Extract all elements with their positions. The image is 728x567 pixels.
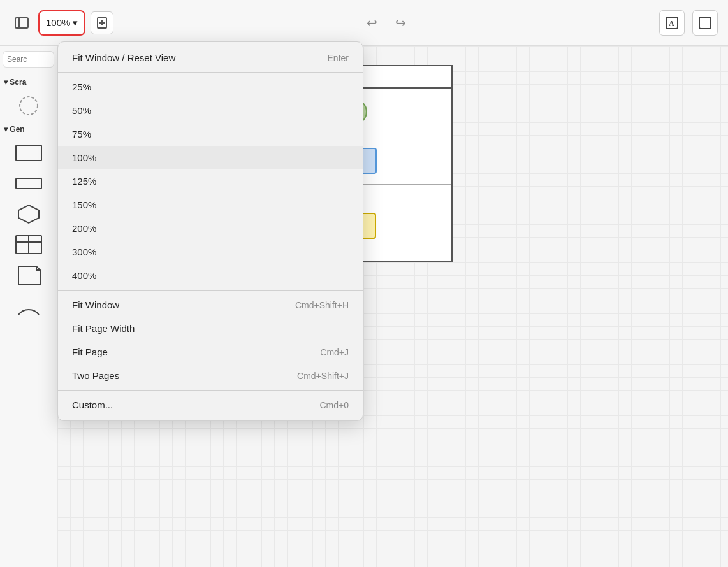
- menu-item-shortcut: Cmd+J: [320, 347, 349, 357]
- sidebar-section-general[interactable]: ▾ Gen: [3, 122, 54, 136]
- zoom-dropdown-menu: Fit Window / Reset View Enter 25% 50% 75…: [57, 41, 363, 421]
- menu-item-fit-page-width[interactable]: Fit Page Width: [58, 317, 363, 340]
- menu-item-two-pages[interactable]: Two Pages Cmd+Shift+J: [58, 364, 363, 387]
- menu-item-25[interactable]: 25%: [58, 75, 363, 99]
- menu-item-label: 75%: [72, 129, 91, 140]
- menu-item-label: Two Pages: [72, 370, 119, 381]
- toolbar: 100% ▾ ↩ ↪ A: [0, 0, 728, 46]
- panel-toggle-button[interactable]: [10, 11, 33, 34]
- svg-rect-7: [699, 17, 711, 29]
- sidebar-shape-document[interactable]: [12, 262, 45, 288]
- add-page-button[interactable]: [91, 11, 113, 34]
- menu-item-custom[interactable]: Custom... Cmd+0: [58, 393, 363, 417]
- menu-divider-0: [58, 72, 363, 73]
- undo-button[interactable]: ↩: [363, 13, 381, 33]
- svg-rect-0: [15, 18, 28, 28]
- menu-item-label: 25%: [72, 82, 91, 92]
- menu-item-75[interactable]: 75%: [58, 122, 363, 146]
- menu-item-400[interactable]: 400%: [58, 264, 363, 287]
- menu-item-label: 100%: [72, 152, 96, 163]
- menu-item-fit-page[interactable]: Fit Page Cmd+J: [58, 340, 363, 364]
- menu-item-shortcut: Cmd+Shift+J: [297, 371, 349, 381]
- menu-item-50[interactable]: 50%: [58, 99, 363, 122]
- sidebar-shape-rectangle-small[interactable]: [12, 171, 45, 196]
- menu-item-label: 300%: [72, 247, 96, 257]
- menu-item-label: 400%: [72, 270, 96, 281]
- menu-item-fit-window[interactable]: Fit Window Cmd+Shift+H: [58, 293, 363, 317]
- svg-marker-11: [18, 205, 39, 223]
- sidebar-section-scratch[interactable]: ▾ Scra: [3, 75, 54, 89]
- zoom-value: 100%: [46, 17, 70, 28]
- menu-item-150[interactable]: 150%: [58, 193, 363, 217]
- svg-rect-9: [16, 145, 41, 161]
- menu-item-label: Fit Window: [72, 299, 119, 310]
- scratch-shape[interactable]: [12, 93, 45, 118]
- toolbar-center: ↩ ↪: [119, 13, 654, 33]
- left-sidebar: ▾ Scra ▾ Gen: [0, 46, 57, 567]
- menu-item-label: 125%: [72, 176, 96, 187]
- toolbar-right: A: [659, 10, 718, 36]
- menu-item-label: 50%: [72, 105, 91, 116]
- svg-text:A: A: [669, 19, 674, 28]
- menu-item-300[interactable]: 300%: [58, 240, 363, 264]
- shape-tool-button[interactable]: [692, 10, 718, 36]
- zoom-dropdown-button[interactable]: 100% ▾: [38, 10, 85, 36]
- svg-point-8: [20, 97, 38, 115]
- menu-item-label: Fit Window / Reset View: [72, 52, 175, 63]
- menu-item-label: Fit Page: [72, 347, 108, 357]
- sidebar-shape-hexagon[interactable]: [12, 201, 45, 227]
- menu-divider-1: [58, 290, 363, 291]
- menu-item-100[interactable]: 100%: [58, 146, 363, 169]
- menu-item-label: Custom...: [72, 399, 113, 410]
- toolbar-left: 100% ▾: [10, 10, 113, 36]
- zoom-arrow-icon: ▾: [73, 17, 78, 29]
- menu-item-shortcut: Cmd+Shift+H: [295, 300, 349, 310]
- menu-item-shortcut: Enter: [328, 53, 349, 63]
- sidebar-shape-arc[interactable]: [12, 293, 45, 319]
- menu-divider-2: [58, 390, 363, 391]
- menu-item-label: 150%: [72, 199, 96, 210]
- menu-item-125[interactable]: 125%: [58, 169, 363, 193]
- menu-item-fit-window-reset[interactable]: Fit Window / Reset View Enter: [58, 46, 363, 69]
- search-input[interactable]: [3, 51, 54, 68]
- menu-item-200[interactable]: 200%: [58, 217, 363, 240]
- menu-item-shortcut: Cmd+0: [319, 400, 349, 410]
- sidebar-shape-rectangle-large[interactable]: [12, 140, 45, 166]
- menu-item-label: 200%: [72, 223, 96, 234]
- redo-button[interactable]: ↪: [391, 13, 410, 33]
- menu-item-label: Fit Page Width: [72, 323, 135, 334]
- svg-rect-10: [16, 178, 41, 189]
- sidebar-shape-table[interactable]: [12, 232, 45, 257]
- text-tool-button[interactable]: A: [659, 10, 685, 36]
